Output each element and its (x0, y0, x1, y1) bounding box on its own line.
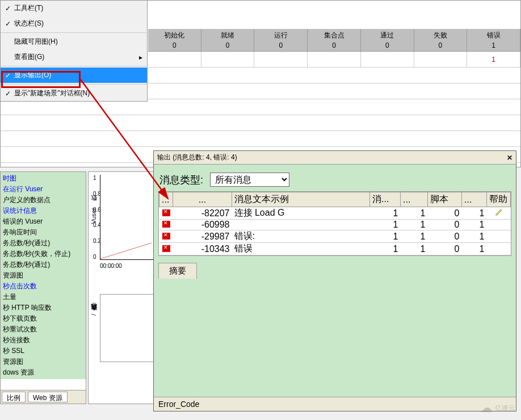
tree-item[interactable]: 务总数/秒(通过) (2, 238, 85, 249)
col-rendezvous: 集合点0 (308, 29, 361, 51)
menu-hide-available[interactable]: 隐藏可用图(H) (1, 34, 147, 49)
view-menu: 工具栏(T) 状态栏(S) 隐藏可用图(H) 查看图(G)▸ 显示输出(O) 显… (0, 0, 148, 102)
menu-show-output[interactable]: 显示输出(O) (1, 68, 147, 83)
tree-item[interactable]: 秒下载页数 (2, 313, 85, 324)
error-icon (162, 245, 170, 252)
tree-item[interactable]: 在运行 Vuser (2, 184, 85, 195)
menu-statusbar[interactable]: 状态栏(S) (1, 16, 147, 31)
table-row[interactable]: -82207连接 Load G1101 (159, 207, 511, 220)
table-header-row: ... ... 消息文本示例 消... ... 脚本 ... 帮助 (159, 192, 511, 207)
table-row[interactable]: -609981101 (159, 220, 511, 230)
menu-toolbar[interactable]: 工具栏(T) (1, 1, 147, 16)
vuser-chart[interactable] (100, 175, 156, 260)
table-row[interactable]: -10343错误1101 (159, 243, 511, 255)
table-row[interactable]: -29987错误:1101 (159, 230, 511, 243)
chart2-ylabel: 点击次数/秒 (90, 314, 98, 316)
graph-tree-panel: 时图在运行 Vuser户定义的数据点误统计信息错误的 Vuser务响应时间务总数… (0, 171, 86, 404)
grid-header: 初始化0 就绪0 运行0 集合点0 通过0 失败0 错误1 (148, 29, 520, 52)
output-filter-row: 消息类型: 所有消息 (154, 165, 516, 191)
cloud-icon: ☁ (480, 401, 493, 415)
tree-item[interactable]: 资源图 (2, 356, 85, 367)
output-table[interactable]: ... ... 消息文本示例 消... ... 脚本 ... 帮助 -82207… (158, 191, 511, 256)
error-count: 1 (467, 52, 520, 67)
chart1-xtick: 00:00:00 (100, 263, 122, 269)
tree-item[interactable]: 资源图 (2, 270, 85, 281)
tab-ratio[interactable]: 比例 (2, 392, 26, 402)
close-icon[interactable]: ✕ (507, 154, 512, 162)
tree-item[interactable]: 秒重试次数 (2, 324, 85, 335)
filter-label: 消息类型: (159, 173, 203, 187)
error-icon (162, 233, 170, 240)
tree-item[interactable]: dows 资源 (2, 367, 85, 378)
tree-item[interactable]: 秒 SSL (2, 346, 85, 356)
chevron-right-icon: ▸ (139, 53, 142, 61)
output-tabs: 摘要 (158, 263, 511, 279)
tab-web-resource[interactable]: Web 资源 (28, 392, 68, 402)
col-passed: 通过0 (361, 29, 414, 51)
tree-item[interactable]: 务总数/秒(通过) (2, 259, 85, 270)
tree-item[interactable]: 误统计信息 (2, 205, 85, 216)
output-statusbar: Error_Code (154, 397, 516, 411)
graph-tree-list[interactable]: 时图在运行 Vuser户定义的数据点误统计信息错误的 Vuser务响应时间务总数… (1, 172, 86, 379)
error-icon (162, 209, 170, 216)
tree-item[interactable]: 秒 HTTP 响应数 (2, 303, 85, 313)
output-panel: 输出 (消息总数: 4, 错误: 4) ✕ 消息类型: 所有消息 ... ...… (153, 150, 516, 411)
col-error: 错误1 (467, 29, 520, 51)
message-type-select[interactable]: 所有消息 (210, 173, 289, 187)
output-title-text: 输出 (消息总数: 4, 错误: 4) (157, 153, 237, 162)
chart-panel: Vuser 数 1 0.8 0.6 0.4 0.2 0 00:00:00 点击次… (88, 171, 159, 404)
output-titlebar: 输出 (消息总数: 4, 错误: 4) ✕ (154, 151, 516, 165)
tree-tabs: 比例 Web 资源 (1, 390, 86, 404)
menu-show-new-scenario[interactable]: 显示"新建场景"对话框(N) (1, 86, 147, 101)
tree-item[interactable]: 错误的 Vuser (2, 216, 85, 227)
tree-item[interactable]: 务响应时间 (2, 227, 85, 238)
col-ready: 就绪0 (201, 29, 255, 51)
hits-chart[interactable] (100, 294, 156, 362)
col-failed: 失败0 (414, 29, 468, 51)
col-init: 初始化0 (148, 29, 201, 51)
col-running: 运行0 (254, 29, 308, 51)
error-icon (162, 221, 170, 228)
tree-item[interactable]: 务总数/秒(失败，停止) (2, 249, 85, 259)
tree-item[interactable]: 土量 (2, 292, 85, 303)
tree-item[interactable]: 时图 (2, 173, 85, 184)
tree-item[interactable]: 秒连接数 (2, 335, 85, 346)
menu-view-graph[interactable]: 查看图(G)▸ (1, 49, 147, 65)
watermark: ☁ 亿速云 (480, 401, 515, 415)
tree-item[interactable]: 秒点击次数 (2, 281, 85, 292)
svg-line-1 (100, 243, 152, 259)
grid-data-row: 1 (148, 52, 520, 68)
tree-item[interactable]: 户定义的数据点 (2, 195, 85, 205)
tab-summary[interactable]: 摘要 (158, 263, 197, 279)
pencil-icon (495, 208, 503, 216)
